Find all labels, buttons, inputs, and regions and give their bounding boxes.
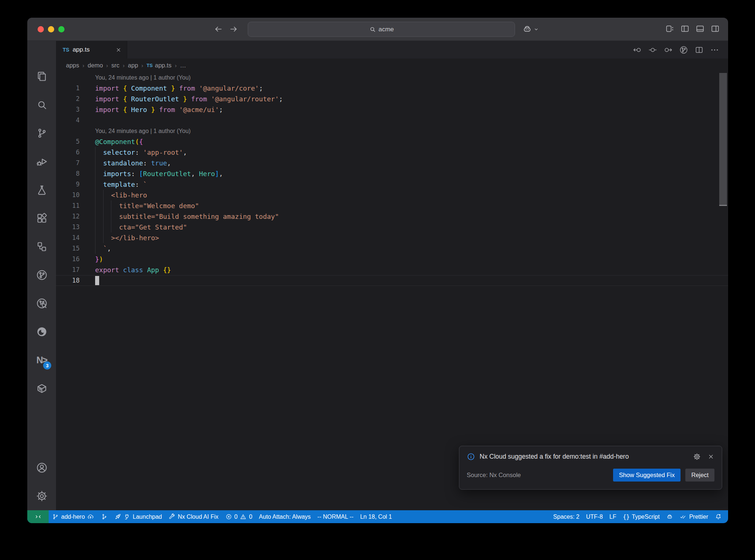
current-change-button[interactable] (648, 45, 657, 55)
activity-accounts[interactable] (27, 454, 56, 482)
activity-extensions[interactable] (27, 204, 56, 232)
line-number[interactable]: 17 (56, 265, 80, 275)
status-encoding[interactable]: UTF-8 (583, 510, 606, 523)
code-line-13[interactable]: 13 cta="Get Started" (56, 222, 728, 232)
status-git-graph[interactable] (97, 510, 111, 523)
activity-explorer[interactable] (27, 62, 56, 91)
blame-annotation[interactable]: You, 24 minutes ago | 1 author (You) (56, 126, 728, 136)
line-number[interactable]: 7 (56, 158, 80, 168)
layout-panel-button[interactable] (695, 24, 705, 34)
layout-customize-button[interactable] (665, 24, 675, 34)
git-graph-circle-sm-button[interactable] (679, 45, 688, 55)
line-number[interactable]: 13 (56, 222, 80, 232)
breadcrumb-item[interactable]: app (128, 62, 138, 69)
line-number[interactable]: 15 (56, 243, 80, 254)
split-editor-button[interactable] (695, 45, 704, 55)
status-remote-indicator[interactable] (27, 510, 49, 523)
code-line-12[interactable]: 12 subtitle="Build something amazing tod… (56, 211, 728, 222)
code-line-8[interactable]: 8 imports: [RouterOutlet, Hero], (56, 168, 728, 179)
navigate-forward-button[interactable] (229, 24, 239, 34)
breadcrumb-item[interactable]: src (111, 62, 119, 69)
code-line-5[interactable]: 5@Component({ (56, 136, 728, 147)
command-center-search[interactable]: acme (248, 22, 515, 37)
line-number[interactable]: 10 (56, 190, 80, 200)
code-line-4[interactable]: 4 (56, 115, 728, 126)
activity-run-and-debug[interactable] (27, 147, 56, 176)
code-line-17[interactable]: 17export class App {} (56, 265, 728, 275)
status-copilot[interactable] (663, 510, 676, 523)
status-indentation[interactable]: Spaces: 2 (550, 510, 583, 523)
close-tab-button[interactable] (115, 47, 122, 53)
navigate-back-button[interactable] (213, 24, 223, 34)
line-number[interactable]: 8 (56, 168, 80, 179)
activity-git-graph[interactable] (27, 261, 56, 289)
blame-annotation[interactable]: You, 24 minutes ago | 1 author (You) (56, 72, 728, 83)
status-auto-attach[interactable]: Auto Attach: Always (255, 510, 314, 523)
status-notifications[interactable] (711, 510, 725, 523)
code-line-15[interactable]: 15 `, (56, 243, 728, 254)
breadcrumb-item[interactable]: apps (66, 62, 79, 69)
maximize-window-button[interactable] (58, 26, 65, 32)
line-number[interactable]: 14 (56, 232, 80, 243)
code-line-2[interactable]: 2import { RouterOutlet } from '@angular/… (56, 94, 728, 104)
activity-git-graph-search[interactable] (27, 289, 56, 318)
notification-settings-gear-icon[interactable] (693, 453, 701, 461)
editor-scrollbar[interactable] (719, 73, 727, 205)
layout-sidebar-left-button[interactable] (680, 24, 690, 34)
status-cursor-position[interactable]: Ln 18, Col 1 (357, 510, 395, 523)
status-language[interactable]: {}TypeScript (620, 510, 663, 523)
close-window-button[interactable] (38, 26, 44, 32)
code-line-1[interactable]: 1import { Component } from '@angular/cor… (56, 83, 728, 94)
status-eol[interactable]: LF (606, 510, 620, 523)
line-number[interactable]: 18 (56, 275, 80, 286)
code-editor[interactable]: You, 24 minutes ago | 1 author (You)1imp… (56, 72, 728, 510)
activity-project-structure[interactable] (27, 232, 56, 261)
line-number[interactable]: 4 (56, 115, 80, 126)
line-number[interactable]: 5 (56, 136, 80, 147)
activity-settings[interactable] (27, 482, 56, 510)
line-number[interactable]: 2 (56, 94, 80, 104)
line-number[interactable]: 11 (56, 200, 80, 211)
status-launchpad[interactable]: Launchpad (111, 510, 165, 523)
tab-app-ts[interactable]: TS app.ts (56, 41, 127, 59)
status-branch[interactable]: add-hero (49, 510, 97, 523)
code-line-14[interactable]: 14 ></lib-hero> (56, 232, 728, 243)
status-vim-mode[interactable]: -- NORMAL -- (314, 510, 357, 523)
code-line-6[interactable]: 6 selector: 'app-root', (56, 147, 728, 158)
line-number[interactable]: 9 (56, 179, 80, 190)
activity-edge-tools[interactable] (27, 318, 56, 346)
code-line-16[interactable]: 16}) (56, 254, 728, 265)
code-line-10[interactable]: 10 <lib-hero (56, 190, 728, 200)
reject-button[interactable]: Reject (685, 469, 714, 482)
code-line-9[interactable]: 9 template: ` (56, 179, 728, 190)
activity-testing[interactable] (27, 176, 56, 204)
status-label: Auto Attach: Always (259, 514, 311, 520)
status-nx-cloud-ai-fix[interactable]: Nx Cloud AI Fix (165, 510, 222, 523)
activity-containers[interactable] (27, 374, 56, 403)
breadcrumb-item[interactable]: … (180, 62, 186, 69)
activity-source-control[interactable] (27, 119, 56, 147)
show-suggested-fix-button[interactable]: Show Suggested Fix (613, 469, 681, 482)
code-line-7[interactable]: 7 standalone: true, (56, 158, 728, 168)
notification-close-icon[interactable] (707, 453, 714, 460)
status-problems[interactable]: 00 (222, 510, 256, 523)
line-number[interactable]: 3 (56, 104, 80, 115)
layout-sidebar-right-button[interactable] (710, 24, 720, 34)
code-line-18[interactable]: 18 (56, 275, 728, 286)
breadcrumb-item[interactable]: demo (88, 62, 103, 69)
minimize-window-button[interactable] (48, 26, 54, 32)
activity-search[interactable] (27, 91, 56, 119)
more-button[interactable] (710, 45, 719, 55)
line-number[interactable]: 12 (56, 211, 80, 222)
activity-nx-console[interactable]: N>3 (27, 346, 56, 374)
prev-change-button[interactable] (633, 45, 642, 55)
copilot-menu-button[interactable] (522, 24, 539, 34)
line-number[interactable]: 16 (56, 254, 80, 265)
next-change-button[interactable] (664, 45, 673, 55)
line-number[interactable]: 1 (56, 83, 80, 94)
code-line-3[interactable]: 3import { Hero } from '@acme/ui'; (56, 104, 728, 115)
breadcrumb-item[interactable]: TSapp.ts (147, 62, 172, 69)
line-number[interactable]: 6 (56, 147, 80, 158)
code-line-11[interactable]: 11 title="Welcmoe demo" (56, 200, 728, 211)
status-formatter[interactable]: Prettier (676, 510, 711, 523)
